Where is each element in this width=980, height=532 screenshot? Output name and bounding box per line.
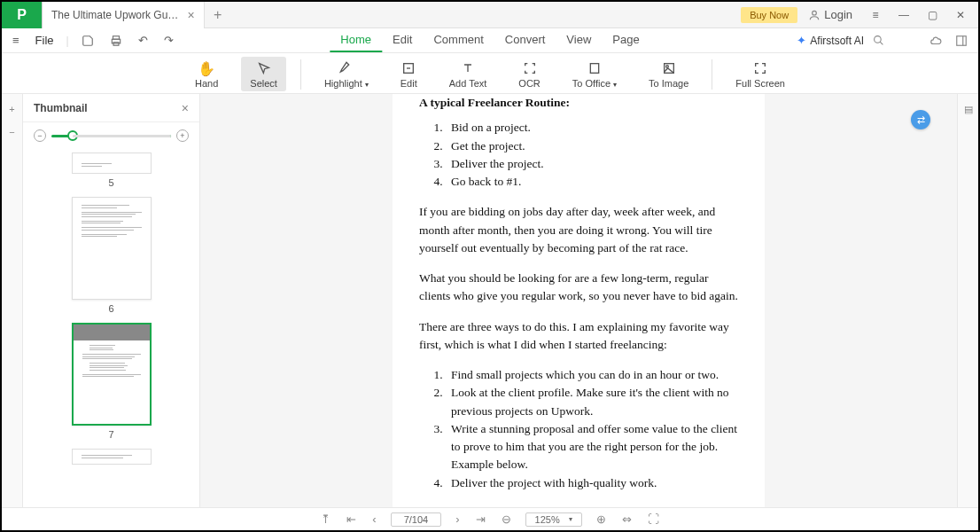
list-item: Find small projects which you can do in … — [446, 366, 738, 384]
ai-label: Afirstsoft AI — [810, 35, 864, 47]
fit-width-icon[interactable]: ⇔ — [620, 512, 634, 526]
panel-icon[interactable] — [952, 33, 971, 49]
menu-tabs: Home Edit Comment Convert View Page — [330, 28, 649, 52]
prev-page-icon[interactable]: ‹ — [370, 512, 377, 526]
fit-page-icon[interactable]: ⛶ — [646, 512, 661, 526]
file-menu[interactable]: File — [32, 34, 58, 47]
workspace: + − Thumbnail × − + 5 — [2, 94, 978, 507]
user-icon — [808, 9, 821, 21]
buy-now-button[interactable]: Buy Now — [741, 7, 797, 23]
ai-button[interactable]: ✦ Afirstsoft AI — [797, 34, 864, 47]
login-label: Login — [824, 8, 852, 21]
ocr-tool[interactable]: OCR — [509, 57, 548, 91]
tab-convert[interactable]: Convert — [494, 28, 556, 52]
tab-edit[interactable]: Edit — [382, 28, 423, 52]
edit-icon — [401, 59, 416, 77]
thumbnail-zoom-slider[interactable]: − + — [23, 122, 199, 149]
print-icon[interactable] — [106, 33, 126, 49]
document-area[interactable]: A typical Freelancer Routine: Bid on a p… — [200, 94, 957, 507]
new-tab-button[interactable]: + — [205, 7, 231, 23]
list-item: Look at the client profile. Make sure it… — [446, 384, 738, 420]
paragraph: Most people look at the client's profile… — [419, 505, 738, 507]
highlight-icon — [339, 59, 354, 77]
tab-home[interactable]: Home — [330, 28, 382, 52]
list-item: Deliver the project with high-quality wo… — [446, 474, 738, 492]
sparkle-icon: ✦ — [797, 34, 806, 47]
redo-icon[interactable]: ↷ — [160, 32, 177, 49]
svg-point-4 — [875, 36, 882, 43]
zoom-in-icon[interactable]: + — [176, 129, 189, 142]
menu-icon[interactable]: ≡ — [863, 4, 888, 26]
next-page-icon[interactable]: › — [454, 512, 461, 526]
ocr-icon — [523, 59, 537, 77]
right-rail: ▤ — [957, 94, 978, 507]
thumbnail-item[interactable]: 6 — [44, 197, 178, 314]
edit-tool[interactable]: Edit — [392, 57, 426, 91]
list-item: Bid on a project. — [446, 119, 738, 137]
svg-line-5 — [880, 42, 883, 44]
zoom-out-icon[interactable]: ⊖ — [500, 512, 513, 526]
paragraph: If you are bidding on jobs day after day… — [419, 203, 738, 257]
add-text-tool[interactable]: Add Text — [440, 57, 496, 91]
full-screen-tool[interactable]: Full Screen — [727, 57, 794, 91]
tab-page[interactable]: Page — [602, 28, 649, 52]
hand-tool[interactable]: ✋ Hand — [186, 57, 227, 91]
thumbnail-list: 5 6 — [23, 149, 199, 507]
close-panel-icon[interactable]: × — [182, 101, 189, 115]
undo-icon[interactable]: ↶ — [135, 32, 152, 49]
to-image-tool[interactable]: To Image — [640, 57, 697, 91]
rail-panel-icon[interactable]: ▤ — [961, 101, 976, 117]
svg-point-11 — [665, 66, 668, 68]
zoom-dropdown[interactable]: 125%▾ — [525, 512, 582, 527]
zoom-out-icon[interactable]: − — [34, 129, 46, 142]
tab-view[interactable]: View — [556, 28, 602, 52]
login-button[interactable]: Login — [801, 6, 859, 23]
list-item: Go back to #1. — [446, 173, 738, 191]
last-page-icon[interactable]: ⇥ — [474, 512, 487, 526]
minimize-icon[interactable]: ― — [891, 4, 916, 26]
rail-remove-icon[interactable]: − — [4, 124, 20, 140]
cloud-icon[interactable] — [929, 35, 943, 47]
thumbnail-number: 5 — [108, 177, 113, 188]
slider-track[interactable] — [51, 135, 171, 137]
translate-button[interactable]: ⇄ — [911, 110, 930, 129]
svg-rect-6 — [957, 35, 967, 45]
close-tab-icon[interactable]: × — [187, 8, 194, 22]
close-window-icon[interactable]: ✕ — [948, 4, 973, 26]
left-rail: + − — [2, 94, 23, 507]
office-icon — [587, 59, 602, 77]
list-item: Get the project. — [446, 137, 738, 155]
maximize-icon[interactable]: ▢ — [920, 4, 945, 26]
thumbnail-item[interactable]: 5 — [44, 153, 178, 188]
svg-point-0 — [813, 11, 817, 15]
document-tab[interactable]: The Ultimate Upwork Gu… × — [43, 2, 205, 28]
hamburger-icon[interactable]: ≡ — [9, 32, 23, 49]
page-content: A typical Freelancer Routine: Bid on a p… — [393, 94, 765, 507]
highlight-tool[interactable]: Highlight ▾ — [315, 57, 377, 91]
rail-add-icon[interactable]: + — [4, 101, 20, 117]
thumbnail-item[interactable] — [44, 449, 178, 465]
routine-list: Bid on a project. Get the project. Deliv… — [446, 119, 738, 191]
svg-rect-9 — [590, 64, 598, 74]
zoom-in-icon[interactable]: ⊕ — [595, 512, 608, 526]
thumbnail-item[interactable]: 7 — [44, 323, 178, 440]
search-icon[interactable] — [873, 35, 884, 46]
page-counter[interactable]: 7/104 — [391, 512, 442, 527]
thumbnail-panel: Thumbnail × − + 5 6 — [23, 94, 200, 507]
scroll-top-icon[interactable]: ⤒ — [319, 512, 332, 526]
select-tool[interactable]: Select — [241, 57, 286, 91]
fullscreen-icon — [753, 59, 767, 77]
tab-comment[interactable]: Comment — [423, 28, 494, 52]
to-office-tool[interactable]: To Office ▾ — [564, 57, 626, 91]
paragraph: There are three ways to do this. I am ex… — [419, 318, 738, 355]
paragraph: What you should be looking for are a few… — [419, 270, 738, 306]
doc-heading: A typical Freelancer Routine: — [419, 94, 738, 112]
thumbnail-number: 7 — [108, 429, 113, 440]
steps-list: Find small projects which you can do in … — [446, 366, 738, 492]
titlebar: P The Ultimate Upwork Gu… × + Buy Now Lo… — [2, 2, 978, 28]
list-item: Deliver the project. — [446, 155, 738, 173]
thumbnail-number: 6 — [108, 303, 113, 314]
toolbar: ✋ Hand Select Highlight ▾ Edit Add Text … — [2, 53, 978, 94]
first-page-icon[interactable]: ⇤ — [345, 512, 358, 526]
save-icon[interactable] — [78, 33, 97, 49]
